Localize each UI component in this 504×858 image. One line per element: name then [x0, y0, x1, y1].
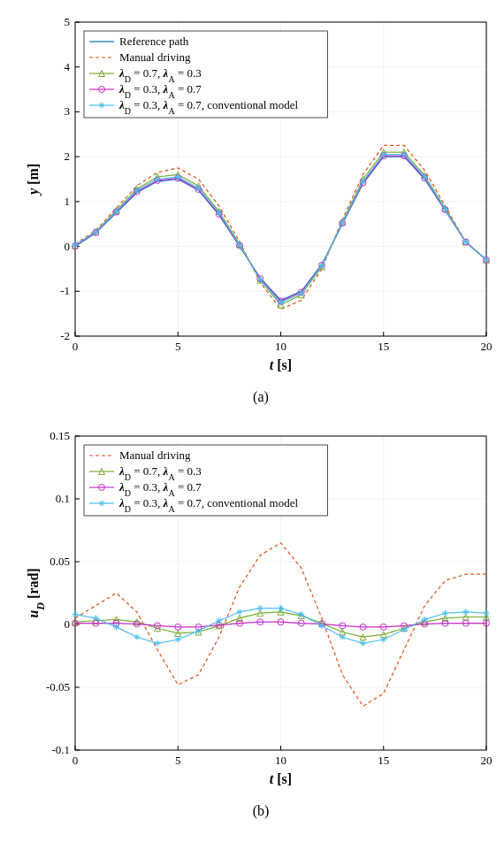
series-marker — [278, 605, 284, 611]
svg-text:0.1: 0.1 — [56, 492, 70, 505]
svg-text:3: 3 — [65, 104, 71, 118]
x-axis-label: t [s] — [270, 771, 292, 786]
legend-entry: Manual driving — [119, 448, 191, 462]
svg-text:-2: -2 — [60, 329, 70, 342]
series-marker — [113, 209, 119, 215]
svg-text:5: 5 — [175, 340, 181, 353]
chart-b: 05101520-0.1-0.0500.050.10.15t [s]uD [ra… — [22, 423, 500, 794]
svg-text:-1: -1 — [60, 284, 70, 297]
series-marker — [216, 210, 222, 216]
plot-area: 05101520-2-1012345t [s]y [m]Reference pa… — [22, 9, 500, 380]
plot-area: 05101520-0.1-0.0500.050.10.15t [s]uD [ra… — [22, 423, 500, 794]
svg-text:5: 5 — [175, 754, 181, 767]
series-marker — [216, 617, 222, 624]
series-marker — [340, 219, 346, 226]
legend-entry: Manual driving — [119, 50, 191, 64]
legend-entry: Reference path — [119, 34, 189, 48]
series-marker — [319, 263, 325, 269]
series-marker — [195, 185, 202, 191]
svg-text:10: 10 — [275, 340, 286, 353]
subplot-label: (b) — [9, 803, 504, 819]
svg-text:20: 20 — [481, 754, 493, 767]
series-marker — [134, 634, 140, 640]
series-marker — [340, 634, 346, 640]
series-marker — [175, 173, 181, 180]
svg-text:-0.05: -0.05 — [46, 680, 70, 693]
svg-text:0: 0 — [65, 617, 71, 631]
svg-text:0: 0 — [73, 340, 79, 353]
series-marker — [134, 188, 140, 194]
y-axis-label: y [m] — [26, 164, 42, 196]
series-marker — [278, 299, 284, 305]
svg-text:20: 20 — [481, 340, 493, 353]
svg-text:0: 0 — [73, 754, 79, 767]
svg-text:2: 2 — [65, 149, 71, 163]
series-marker — [237, 609, 243, 615]
series-marker — [484, 610, 490, 617]
series-marker — [442, 206, 448, 212]
svg-text:0: 0 — [65, 240, 71, 253]
series-marker — [257, 605, 263, 611]
svg-text:0.05: 0.05 — [50, 555, 70, 568]
series-marker — [462, 239, 469, 245]
series-marker — [442, 610, 448, 617]
series-marker — [401, 151, 408, 157]
svg-text:15: 15 — [378, 340, 389, 353]
x-axis-label: t [s] — [270, 357, 292, 372]
series-marker — [360, 179, 366, 185]
series-marker — [462, 609, 469, 615]
svg-text:15: 15 — [378, 754, 389, 767]
series-marker — [380, 151, 386, 157]
series-marker — [360, 640, 366, 647]
series-marker — [155, 640, 161, 647]
chart-a: 05101520-2-1012345t [s]y [m]Reference pa… — [22, 9, 500, 380]
subplot-label: (a) — [9, 389, 504, 405]
svg-text:0.15: 0.15 — [50, 429, 70, 442]
series-marker — [422, 173, 428, 180]
y-axis-label: uD [rad] — [26, 568, 47, 617]
svg-text:5: 5 — [65, 15, 71, 28]
series-marker — [155, 176, 161, 182]
svg-text:-0.1: -0.1 — [51, 743, 70, 756]
series-marker — [175, 637, 181, 643]
svg-text:10: 10 — [275, 754, 286, 767]
svg-text:4: 4 — [65, 60, 71, 73]
svg-text:1: 1 — [65, 195, 71, 208]
